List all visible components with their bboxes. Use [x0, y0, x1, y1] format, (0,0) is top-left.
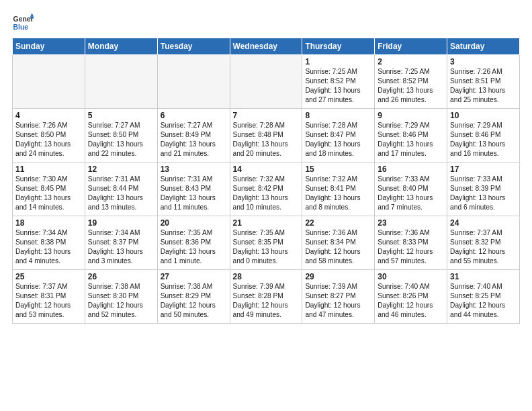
week-row-3: 11Sunrise: 7:30 AM Sunset: 8:45 PM Dayli… [13, 163, 520, 216]
day-number: 24 [450, 218, 517, 228]
week-row-2: 4Sunrise: 7:26 AM Sunset: 8:50 PM Daylig… [13, 109, 520, 163]
day-cell: 17Sunrise: 7:33 AM Sunset: 8:39 PM Dayli… [447, 163, 520, 216]
day-info: Sunrise: 7:36 AM Sunset: 8:34 PM Dayligh… [305, 228, 371, 266]
day-cell: 1Sunrise: 7:25 AM Sunset: 8:52 PM Daylig… [302, 55, 375, 109]
day-cell: 27Sunrise: 7:38 AM Sunset: 8:29 PM Dayli… [157, 270, 230, 324]
header: General Blue [12, 12, 520, 34]
day-cell: 30Sunrise: 7:40 AM Sunset: 8:26 PM Dayli… [375, 270, 447, 324]
weekday-header-thursday: Thursday [302, 38, 375, 55]
day-number: 18 [15, 218, 82, 228]
day-number: 13 [161, 165, 227, 174]
weekday-header-saturday: Saturday [447, 38, 520, 55]
day-info: Sunrise: 7:40 AM Sunset: 8:26 PM Dayligh… [378, 282, 444, 320]
day-cell: 9Sunrise: 7:29 AM Sunset: 8:46 PM Daylig… [375, 109, 447, 163]
day-number: 23 [378, 218, 444, 228]
day-info: Sunrise: 7:30 AM Sunset: 8:45 PM Dayligh… [15, 175, 82, 212]
day-number: 11 [15, 165, 82, 174]
day-info: Sunrise: 7:32 AM Sunset: 8:42 PM Dayligh… [233, 175, 300, 212]
svg-marker-3 [30, 16, 34, 18]
day-info: Sunrise: 7:25 AM Sunset: 8:52 PM Dayligh… [378, 67, 444, 105]
day-info: Sunrise: 7:29 AM Sunset: 8:46 PM Dayligh… [450, 121, 517, 158]
day-cell: 26Sunrise: 7:38 AM Sunset: 8:30 PM Dayli… [85, 270, 157, 324]
day-number: 6 [161, 111, 227, 120]
day-cell: 15Sunrise: 7:32 AM Sunset: 8:41 PM Dayli… [302, 163, 375, 216]
day-cell [230, 55, 302, 109]
day-info: Sunrise: 7:34 AM Sunset: 8:38 PM Dayligh… [15, 228, 82, 266]
day-number: 8 [305, 111, 371, 120]
day-info: Sunrise: 7:27 AM Sunset: 8:49 PM Dayligh… [161, 121, 227, 158]
day-cell: 7Sunrise: 7:28 AM Sunset: 8:48 PM Daylig… [230, 109, 302, 163]
day-info: Sunrise: 7:37 AM Sunset: 8:32 PM Dayligh… [450, 228, 517, 266]
week-row-1: 1Sunrise: 7:25 AM Sunset: 8:52 PM Daylig… [13, 55, 520, 109]
day-info: Sunrise: 7:26 AM Sunset: 8:50 PM Dayligh… [15, 121, 82, 158]
day-info: Sunrise: 7:38 AM Sunset: 8:29 PM Dayligh… [161, 282, 227, 320]
day-cell: 4Sunrise: 7:26 AM Sunset: 8:50 PM Daylig… [13, 109, 85, 163]
page: General Blue SundayMondayTuesdayWednesda… [0, 0, 532, 330]
day-number: 19 [88, 218, 154, 228]
day-number: 26 [88, 272, 154, 281]
day-cell: 14Sunrise: 7:32 AM Sunset: 8:42 PM Dayli… [230, 163, 302, 216]
day-cell: 11Sunrise: 7:30 AM Sunset: 8:45 PM Dayli… [13, 163, 85, 216]
day-cell: 24Sunrise: 7:37 AM Sunset: 8:32 PM Dayli… [447, 216, 520, 270]
day-number: 22 [305, 218, 371, 228]
week-row-4: 18Sunrise: 7:34 AM Sunset: 8:38 PM Dayli… [13, 216, 520, 270]
day-number: 14 [233, 165, 300, 174]
day-number: 17 [450, 165, 517, 174]
day-number: 1 [305, 57, 371, 66]
day-info: Sunrise: 7:29 AM Sunset: 8:46 PM Dayligh… [378, 121, 444, 158]
day-cell: 19Sunrise: 7:34 AM Sunset: 8:37 PM Dayli… [85, 216, 157, 270]
day-info: Sunrise: 7:28 AM Sunset: 8:47 PM Dayligh… [305, 121, 371, 158]
day-info: Sunrise: 7:37 AM Sunset: 8:31 PM Dayligh… [15, 282, 82, 320]
day-info: Sunrise: 7:27 AM Sunset: 8:50 PM Dayligh… [88, 121, 154, 158]
day-info: Sunrise: 7:34 AM Sunset: 8:37 PM Dayligh… [88, 228, 154, 266]
day-cell: 20Sunrise: 7:35 AM Sunset: 8:36 PM Dayli… [157, 216, 230, 270]
day-number: 31 [450, 272, 517, 281]
day-number: 9 [378, 111, 444, 120]
day-cell: 28Sunrise: 7:39 AM Sunset: 8:28 PM Dayli… [230, 270, 302, 324]
day-cell: 3Sunrise: 7:26 AM Sunset: 8:51 PM Daylig… [447, 55, 520, 109]
day-cell: 10Sunrise: 7:29 AM Sunset: 8:46 PM Dayli… [447, 109, 520, 163]
day-cell [13, 55, 85, 109]
day-number: 3 [450, 57, 517, 66]
day-cell [85, 55, 157, 109]
day-number: 21 [233, 218, 300, 228]
day-info: Sunrise: 7:28 AM Sunset: 8:48 PM Dayligh… [233, 121, 300, 158]
day-info: Sunrise: 7:33 AM Sunset: 8:39 PM Dayligh… [450, 175, 517, 212]
day-number: 12 [88, 165, 154, 174]
day-number: 25 [15, 272, 82, 281]
day-number: 20 [161, 218, 227, 228]
day-cell: 5Sunrise: 7:27 AM Sunset: 8:50 PM Daylig… [85, 109, 157, 163]
day-info: Sunrise: 7:35 AM Sunset: 8:36 PM Dayligh… [161, 228, 227, 266]
weekday-header-friday: Friday [375, 38, 447, 55]
day-cell: 31Sunrise: 7:40 AM Sunset: 8:25 PM Dayli… [447, 270, 520, 324]
day-cell: 18Sunrise: 7:34 AM Sunset: 8:38 PM Dayli… [13, 216, 85, 270]
day-info: Sunrise: 7:31 AM Sunset: 8:43 PM Dayligh… [161, 175, 227, 212]
day-info: Sunrise: 7:35 AM Sunset: 8:35 PM Dayligh… [233, 228, 300, 266]
day-number: 27 [161, 272, 227, 281]
day-info: Sunrise: 7:40 AM Sunset: 8:25 PM Dayligh… [450, 282, 517, 320]
day-number: 29 [305, 272, 371, 281]
day-number: 5 [88, 111, 154, 120]
day-number: 28 [233, 272, 300, 281]
calendar-table: SundayMondayTuesdayWednesdayThursdayFrid… [12, 38, 520, 324]
logo: General Blue [12, 12, 36, 34]
day-cell: 21Sunrise: 7:35 AM Sunset: 8:35 PM Dayli… [230, 216, 302, 270]
day-number: 7 [233, 111, 300, 120]
logo-icon: General Blue [12, 12, 34, 34]
weekday-header-sunday: Sunday [13, 38, 85, 55]
day-info: Sunrise: 7:39 AM Sunset: 8:28 PM Dayligh… [233, 282, 300, 320]
day-info: Sunrise: 7:25 AM Sunset: 8:52 PM Dayligh… [305, 67, 371, 105]
week-row-5: 25Sunrise: 7:37 AM Sunset: 8:31 PM Dayli… [13, 270, 520, 324]
day-number: 30 [378, 272, 444, 281]
weekday-header-row: SundayMondayTuesdayWednesdayThursdayFrid… [13, 38, 520, 55]
day-info: Sunrise: 7:31 AM Sunset: 8:44 PM Dayligh… [88, 175, 154, 212]
day-info: Sunrise: 7:26 AM Sunset: 8:51 PM Dayligh… [450, 67, 517, 105]
svg-marker-2 [30, 13, 34, 17]
weekday-header-wednesday: Wednesday [230, 38, 302, 55]
day-info: Sunrise: 7:39 AM Sunset: 8:27 PM Dayligh… [305, 282, 371, 320]
day-cell: 8Sunrise: 7:28 AM Sunset: 8:47 PM Daylig… [302, 109, 375, 163]
day-cell: 6Sunrise: 7:27 AM Sunset: 8:49 PM Daylig… [157, 109, 230, 163]
weekday-header-tuesday: Tuesday [157, 38, 230, 55]
weekday-header-monday: Monday [85, 38, 157, 55]
day-number: 15 [305, 165, 371, 174]
